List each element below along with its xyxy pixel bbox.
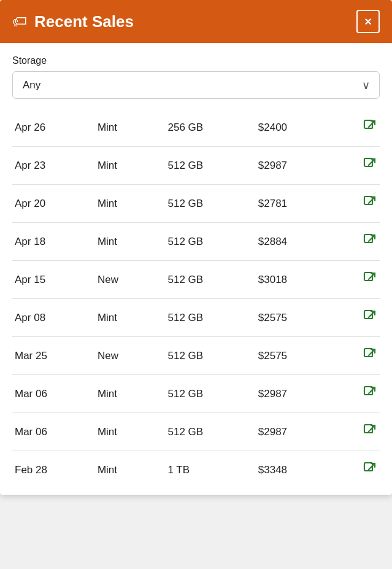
sale-price: $2400 <box>253 109 344 147</box>
sale-date: Mar 06 <box>12 375 93 413</box>
sale-storage: 512 GB <box>163 413 253 451</box>
external-link-icon[interactable] <box>363 385 377 400</box>
sale-date: Apr 20 <box>12 185 93 223</box>
sale-storage: 512 GB <box>163 147 253 185</box>
sale-link-cell <box>344 299 380 337</box>
sale-condition: Mint <box>93 109 163 147</box>
panel-header: 🏷 Recent Sales × <box>0 0 392 43</box>
panel-content: Storage Any256 GB512 GB1 TB ∨ Apr 26Mint… <box>0 43 392 495</box>
sale-condition: New <box>93 261 163 299</box>
sale-date: Apr 15 <box>12 261 93 299</box>
recent-sales-panel: 🏷 Recent Sales × Storage Any256 GB512 GB… <box>0 0 392 495</box>
table-row: Feb 28Mint1 TB$3348 <box>12 451 380 489</box>
sale-date: Feb 28 <box>12 451 93 489</box>
storage-filter-wrapper: Any256 GB512 GB1 TB ∨ <box>12 71 380 99</box>
sale-link-cell <box>344 413 380 451</box>
sale-storage: 512 GB <box>163 185 253 223</box>
sale-link-cell <box>344 261 380 299</box>
external-link-icon[interactable] <box>363 157 377 171</box>
header-left: 🏷 Recent Sales <box>12 12 134 31</box>
sale-link-cell <box>344 223 380 261</box>
sale-date: Mar 06 <box>12 413 93 451</box>
sale-link-cell <box>344 147 380 185</box>
sale-price: $2575 <box>253 337 344 375</box>
external-link-icon[interactable] <box>363 461 377 476</box>
sale-storage: 512 GB <box>163 299 253 337</box>
external-link-icon[interactable] <box>363 195 377 209</box>
sale-price: $3348 <box>253 451 344 489</box>
sale-price: $2575 <box>253 299 344 337</box>
sale-condition: Mint <box>93 185 163 223</box>
external-link-icon[interactable] <box>363 118 377 133</box>
sale-storage: 512 GB <box>163 337 253 375</box>
sales-table: Apr 26Mint256 GB$2400 Apr 23Mint512 GB$2… <box>12 109 380 489</box>
sale-storage: 512 GB <box>163 261 253 299</box>
sale-price: $2987 <box>253 413 344 451</box>
sale-storage: 256 GB <box>163 109 253 147</box>
sale-date: Apr 26 <box>12 109 93 147</box>
sale-link-cell <box>344 109 380 147</box>
sale-storage: 1 TB <box>163 451 253 489</box>
sale-condition: Mint <box>93 375 163 413</box>
table-row: Mar 25New512 GB$2575 <box>12 337 380 375</box>
sale-price: $2884 <box>253 223 344 261</box>
external-link-icon[interactable] <box>363 347 377 362</box>
sale-condition: Mint <box>93 147 163 185</box>
sale-storage: 512 GB <box>163 223 253 261</box>
sale-price: $2987 <box>253 147 344 185</box>
sale-condition: Mint <box>93 451 163 489</box>
external-link-icon[interactable] <box>363 423 377 438</box>
sale-link-cell <box>344 185 380 223</box>
external-link-icon[interactable] <box>363 309 377 323</box>
sale-condition: New <box>93 337 163 375</box>
table-row: Apr 15New512 GB$3018 <box>12 261 380 299</box>
close-button[interactable]: × <box>356 10 380 33</box>
panel-title: Recent Sales <box>34 12 134 31</box>
sale-storage: 512 GB <box>163 375 253 413</box>
sale-date: Mar 25 <box>12 337 93 375</box>
sale-date: Apr 23 <box>12 147 93 185</box>
sale-link-cell <box>344 451 380 489</box>
sale-condition: Mint <box>93 223 163 261</box>
storage-filter-label: Storage <box>12 55 380 66</box>
storage-select[interactable]: Any256 GB512 GB1 TB <box>12 71 380 99</box>
sale-link-cell <box>344 375 380 413</box>
table-row: Apr 20Mint512 GB$2781 <box>12 185 380 223</box>
sale-condition: Mint <box>93 299 163 337</box>
table-row: Apr 08Mint512 GB$2575 <box>12 299 380 337</box>
table-row: Apr 23Mint512 GB$2987 <box>12 147 380 185</box>
sale-date: Apr 18 <box>12 223 93 261</box>
table-row: Apr 26Mint256 GB$2400 <box>12 109 380 147</box>
external-link-icon[interactable] <box>363 271 377 285</box>
table-row: Mar 06Mint512 GB$2987 <box>12 375 380 413</box>
sale-price: $3018 <box>253 261 344 299</box>
sale-link-cell <box>344 337 380 375</box>
sale-price: $2781 <box>253 185 344 223</box>
table-row: Apr 18Mint512 GB$2884 <box>12 223 380 261</box>
sale-condition: Mint <box>93 413 163 451</box>
sale-price: $2987 <box>253 375 344 413</box>
external-link-icon[interactable] <box>363 233 377 247</box>
table-row: Mar 06Mint512 GB$2987 <box>12 413 380 451</box>
sale-date: Apr 08 <box>12 299 93 337</box>
tag-icon: 🏷 <box>12 13 27 30</box>
